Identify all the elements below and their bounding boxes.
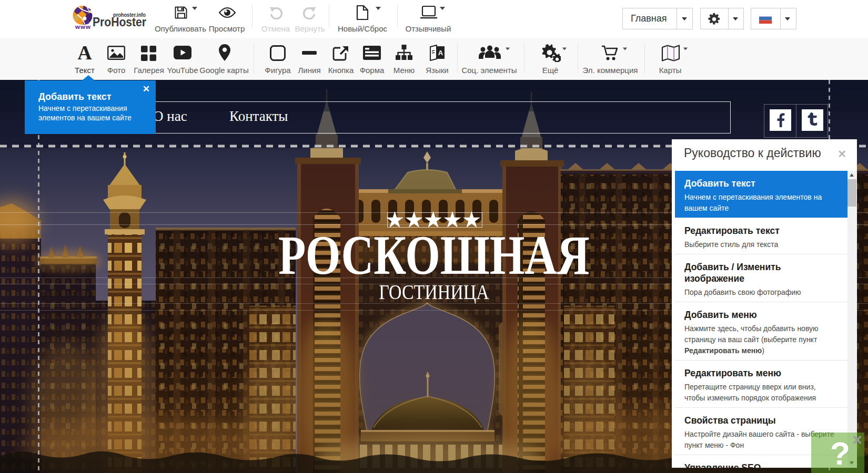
svg-text:A: A [438,49,443,57]
svg-text:ProHoster: ProHoster [93,15,146,29]
svg-text:www: www [75,24,91,30]
svg-text:A: A [77,44,92,61]
